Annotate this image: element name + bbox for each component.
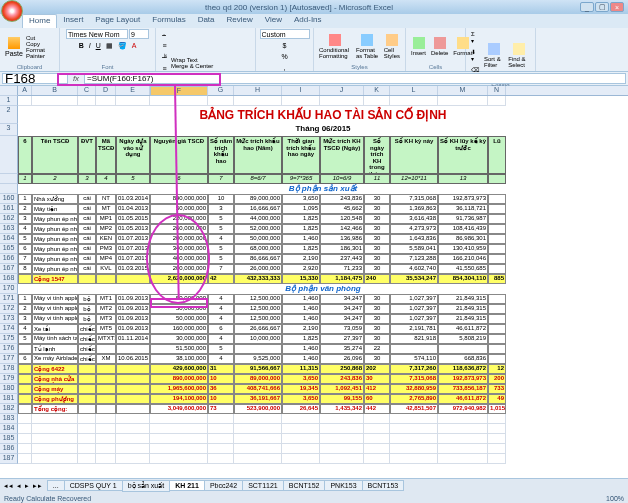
tab-view[interactable]: View: [259, 14, 288, 28]
italic-button[interactable]: I: [87, 40, 93, 52]
merge-button[interactable]: Merge & Center: [171, 63, 213, 69]
col-B[interactable]: B: [32, 86, 78, 95]
status-bar: Ready Calculate Recovered 100%: [0, 492, 628, 503]
cell-styles-button[interactable]: Cell Styles: [382, 32, 402, 61]
fx-button[interactable]: fx: [70, 74, 82, 83]
insert-button[interactable]: Insert: [409, 35, 428, 58]
tab-insert[interactable]: Insert: [57, 14, 89, 28]
tab-data[interactable]: Data: [192, 14, 221, 28]
fill-color-button[interactable]: 🪣: [116, 40, 129, 52]
paste-button[interactable]: Paste: [3, 35, 25, 59]
fill-button[interactable]: ⬇ ▾: [469, 46, 481, 64]
sheet-tab-active[interactable]: KH 211: [169, 480, 205, 491]
tab-nav-buttons[interactable]: ◂◂ ◂ ▸ ▸▸: [0, 482, 47, 490]
status-left: Ready Calculate Recovered: [4, 495, 91, 502]
formula-input[interactable]: =SUM(F160:F167): [84, 73, 626, 84]
col-L[interactable]: L: [390, 86, 438, 95]
tab-pagelayout[interactable]: Page Layout: [89, 14, 146, 28]
ribbon: Paste Cut Copy Format Painter Clipboard …: [0, 28, 628, 72]
sheet-tab[interactable]: BCNT152: [283, 480, 326, 491]
font-select[interactable]: [66, 29, 128, 39]
window-title: theo qd 200 (version 1) [Autosaved] - Mi…: [18, 3, 580, 12]
col-E[interactable]: E: [116, 86, 150, 95]
sheet-tab[interactable]: bộ sản xuất: [122, 480, 171, 492]
formula-text: =SUM(F160:F167): [87, 74, 153, 83]
formula-bar: fx =SUM(F160:F167): [0, 72, 628, 86]
ribbon-tabs: Home Insert Page Layout Formulas Data Re…: [0, 14, 628, 28]
border-button[interactable]: ▦: [104, 40, 115, 52]
cond-format-button[interactable]: Conditional Formatting: [317, 32, 353, 61]
minimize-button[interactable]: _: [580, 2, 594, 12]
sheet-tab[interactable]: ...: [47, 480, 65, 491]
tab-review[interactable]: Review: [221, 14, 259, 28]
sheet-tab[interactable]: PNK153: [324, 480, 362, 491]
format-table-button[interactable]: Format as Table: [354, 32, 381, 61]
cells-label: Cells: [409, 64, 462, 70]
size-select[interactable]: [129, 29, 149, 39]
tab-addins[interactable]: Add-Ins: [288, 14, 328, 28]
col-N[interactable]: N: [488, 86, 506, 95]
col-F[interactable]: F: [150, 86, 208, 96]
titlebar: theo qd 200 (version 1) [Autosaved] - Mi…: [0, 0, 628, 14]
align-top[interactable]: ⫠: [159, 29, 170, 40]
col-K[interactable]: K: [364, 86, 390, 95]
col-M[interactable]: M: [438, 86, 488, 95]
zoom-level[interactable]: 100%: [606, 495, 624, 502]
find-button[interactable]: Find & Select: [506, 41, 532, 70]
percent-button[interactable]: %: [279, 51, 289, 62]
tab-home[interactable]: Home: [22, 14, 57, 28]
comma-button[interactable]: ,: [279, 62, 289, 73]
sort-button[interactable]: Sort & Filter: [482, 41, 505, 70]
number-format-select[interactable]: [260, 29, 310, 39]
sheet-tab[interactable]: SCT1121: [242, 480, 284, 491]
bold-button[interactable]: B: [77, 40, 86, 52]
grid[interactable]: A B C D E F G H I J K L M N 12BẢNG TRÍCH…: [0, 86, 628, 478]
underline-button[interactable]: U: [94, 40, 103, 52]
align-mid[interactable]: ≡: [159, 40, 170, 51]
col-G[interactable]: G: [208, 86, 234, 95]
delete-button[interactable]: Delete: [429, 35, 450, 58]
maximize-button[interactable]: ▢: [595, 2, 609, 12]
sheet-tab[interactable]: Pbcc242: [204, 480, 243, 491]
name-box[interactable]: [2, 73, 68, 84]
col-C[interactable]: C: [78, 86, 96, 95]
autosum-button[interactable]: Σ ▾: [469, 29, 481, 46]
font-color-button[interactable]: A: [130, 40, 139, 52]
close-button[interactable]: ×: [610, 2, 624, 12]
styles-label: Styles: [317, 64, 402, 70]
col-J[interactable]: J: [320, 86, 364, 95]
currency-button[interactable]: $: [279, 40, 289, 51]
sheet-tab[interactable]: CDSPS QUY 1: [64, 480, 123, 491]
column-headers[interactable]: A B C D E F G H I J K L M N: [0, 86, 628, 96]
col-H[interactable]: H: [234, 86, 282, 95]
col-A[interactable]: A: [18, 86, 32, 95]
tab-formulas[interactable]: Formulas: [146, 14, 191, 28]
font-label: Font: [63, 64, 152, 70]
office-button[interactable]: [1, 0, 23, 22]
align-bot[interactable]: ⫡: [159, 51, 170, 62]
col-D[interactable]: D: [96, 86, 116, 95]
sheet-tab[interactable]: BCNT153: [362, 480, 405, 491]
sheet-tabs: ◂◂ ◂ ▸ ▸▸ ... CDSPS QUY 1 bộ sản xuất KH…: [0, 478, 628, 492]
col-I[interactable]: I: [282, 86, 320, 95]
format-painter-button[interactable]: Format Painter: [26, 47, 56, 59]
clipboard-label: Clipboard: [3, 64, 56, 70]
